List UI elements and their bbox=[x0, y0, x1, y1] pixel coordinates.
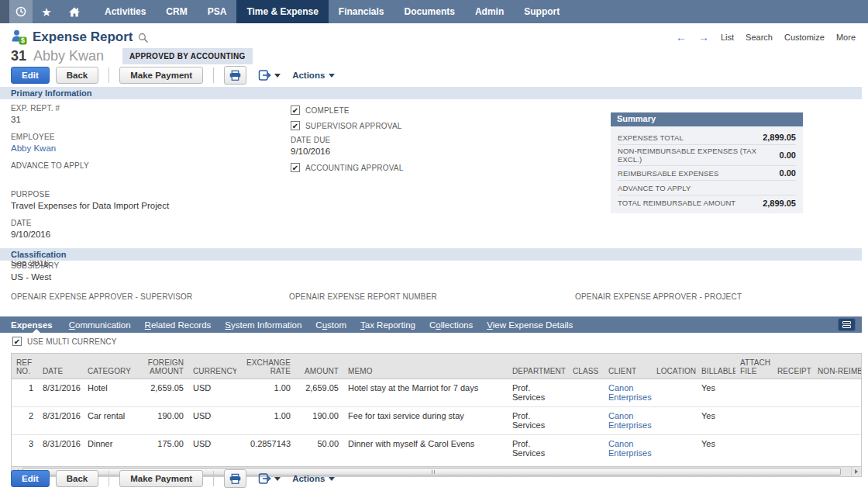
header-link[interactable]: More bbox=[836, 33, 856, 42]
search-icon[interactable] bbox=[138, 33, 148, 43]
nav-item[interactable]: CRM bbox=[156, 0, 197, 23]
back-button[interactable]: Back bbox=[56, 470, 99, 487]
forward-arrow[interactable]: → bbox=[698, 32, 709, 43]
print-button[interactable] bbox=[224, 469, 246, 488]
classification-field-label: OPENAIR EXPENSE APPROVER - SUPERVISOR bbox=[11, 292, 193, 301]
subsidiary-value: US - West bbox=[11, 272, 59, 282]
expense-cell: Prof. Services bbox=[508, 434, 568, 462]
tab[interactable]: Custom bbox=[308, 316, 353, 333]
header-link[interactable]: Customize bbox=[784, 33, 825, 42]
expense-cell: 175.00 bbox=[140, 434, 188, 462]
classification-header: Classification bbox=[0, 248, 862, 261]
expense-cell: 190.00 bbox=[295, 406, 343, 434]
nav-item[interactable]: Activities bbox=[95, 0, 156, 23]
field-label: DATE bbox=[11, 219, 274, 227]
expense-cell: 2 bbox=[12, 406, 38, 434]
edit-button[interactable]: Edit bbox=[11, 470, 50, 487]
actions-label: Actions bbox=[292, 71, 325, 80]
recent-records-button[interactable] bbox=[9, 0, 33, 23]
field-value bbox=[11, 172, 274, 182]
caret-down-icon bbox=[329, 477, 335, 481]
summary-label: EXPENSES TOTAL bbox=[618, 133, 684, 142]
scrollbar-grip bbox=[432, 470, 435, 474]
tab-label: Communication bbox=[69, 320, 131, 330]
tab[interactable]: Tax Reporting bbox=[353, 316, 422, 333]
actions-button[interactable]: Actions bbox=[292, 71, 335, 80]
clock-icon bbox=[15, 5, 27, 18]
home-icon bbox=[68, 6, 81, 18]
field: EXP. REPT. # 31 bbox=[11, 104, 274, 125]
header-link[interactable]: List bbox=[721, 33, 734, 42]
supervisor-approval-checkbox[interactable]: ✔ bbox=[291, 121, 300, 130]
complete-checkbox[interactable]: ✔ bbox=[291, 105, 300, 115]
tab[interactable]: Expenses bbox=[11, 316, 62, 333]
expense-cell: Yes bbox=[697, 406, 735, 434]
nav-menu: Activities CRM PSA Time & Expense Financ… bbox=[95, 0, 570, 23]
nav-item[interactable]: Time & Expense bbox=[236, 0, 328, 23]
client-link[interactable]: Canon Enterprises bbox=[608, 439, 652, 458]
expense-cell: 2,659.05 bbox=[295, 379, 343, 406]
accounting-approval-checkbox[interactable]: ✔ bbox=[291, 163, 300, 172]
nav-item[interactable]: Financials bbox=[329, 0, 394, 23]
star-icon: ★ bbox=[41, 6, 51, 18]
tab[interactable]: Collections bbox=[422, 316, 480, 333]
field: DATE 9/10/2016 bbox=[11, 219, 274, 240]
summary-row: NON-REIMBURSABLE EXPENSES (TAX EXCL.) 0.… bbox=[618, 145, 796, 166]
expense-cell: 50.00 bbox=[295, 434, 343, 462]
export-button[interactable] bbox=[258, 472, 281, 485]
make-payment-button[interactable]: Make Payment bbox=[119, 67, 203, 84]
page-title: Expense Report bbox=[33, 29, 133, 45]
expense-cell: Prof. Services bbox=[508, 379, 568, 406]
tab[interactable]: Related Records bbox=[138, 316, 219, 333]
expense-cell: Dinner with myself & Carol Evens bbox=[343, 434, 508, 462]
toolbar-bottom: Edit Back Make Payment Actions bbox=[11, 469, 335, 488]
subsidiary-label: SUBSIDIARY bbox=[11, 261, 59, 270]
client-link[interactable]: Canon Enterprises bbox=[608, 411, 652, 430]
tab[interactable]: System Information bbox=[218, 316, 308, 333]
edit-button[interactable]: Edit bbox=[11, 67, 50, 84]
export-icon bbox=[258, 472, 271, 485]
summary-label: NON-REIMBURSABLE EXPENSES (TAX EXCL.) bbox=[618, 147, 780, 164]
accounting-approval-label: ACCOUNTING APPROVAL bbox=[305, 164, 403, 172]
actions-label: Actions bbox=[292, 474, 325, 483]
actions-button[interactable]: Actions bbox=[292, 474, 335, 483]
nav-item[interactable]: Admin bbox=[465, 0, 514, 23]
tab[interactable]: Communication bbox=[62, 316, 138, 333]
summary-label: TOTAL REIMBURSABLE AMOUNT bbox=[618, 199, 735, 207]
toggle-view-icon[interactable] bbox=[838, 318, 856, 331]
tab[interactable]: View Expense Details bbox=[480, 316, 580, 333]
expense-report-icon: $ bbox=[11, 29, 27, 45]
use-multi-currency-checkbox[interactable]: ✔ bbox=[12, 337, 22, 346]
table-header-row: REF NO.DATECATEGORYFOREIGN AMOUNTCURRENC… bbox=[12, 354, 861, 379]
subsidiary-field: SUBSIDIARY US - West bbox=[11, 261, 59, 282]
column-header: EXCHANGE RATE bbox=[236, 354, 295, 379]
column-header: ATTACH FILE bbox=[735, 354, 773, 379]
bar-glyph bbox=[842, 321, 851, 324]
scroll-right-arrow[interactable] bbox=[851, 467, 861, 476]
back-arrow[interactable]: ← bbox=[676, 32, 687, 43]
primary-information-header: Primary Information bbox=[0, 87, 862, 99]
back-button[interactable]: Back bbox=[56, 67, 99, 84]
summary-title: Summary bbox=[611, 112, 803, 126]
summary-value: 2,899.05 bbox=[763, 133, 796, 142]
column-header: DATE bbox=[38, 354, 83, 379]
column-header: NON-REIMBURSABLE bbox=[813, 354, 861, 379]
field-label: PURPOSE bbox=[11, 190, 274, 199]
tab-label: View Expense Details bbox=[487, 320, 573, 330]
export-button[interactable] bbox=[258, 69, 281, 81]
client-link[interactable]: Canon Enterprises bbox=[608, 383, 652, 402]
field-value: 31 bbox=[11, 115, 274, 125]
print-button[interactable] bbox=[224, 66, 246, 85]
column-header: CLASS bbox=[568, 354, 604, 379]
nav-item[interactable]: Documents bbox=[394, 0, 465, 23]
nav-item[interactable]: PSA bbox=[198, 0, 237, 23]
summary-value: 0.00 bbox=[780, 150, 796, 160]
header-link[interactable]: Search bbox=[746, 33, 773, 42]
expense-cell: 2,659.05 bbox=[140, 379, 188, 406]
date-due-value: 9/10/2016 bbox=[291, 147, 554, 157]
favorites-button[interactable]: ★ bbox=[33, 0, 60, 23]
expense-cell bbox=[773, 434, 813, 462]
home-button[interactable] bbox=[60, 0, 88, 23]
make-payment-button[interactable]: Make Payment bbox=[119, 470, 203, 487]
nav-item[interactable]: Support bbox=[514, 0, 570, 23]
